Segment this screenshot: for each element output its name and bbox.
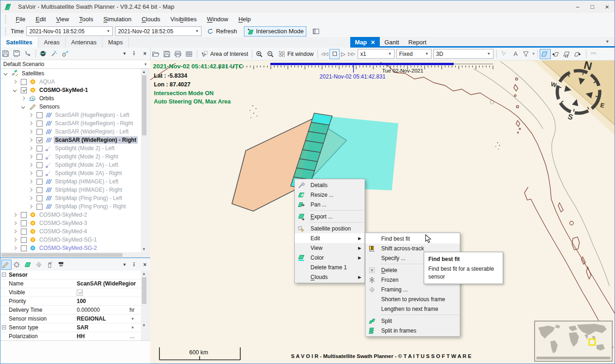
style-button[interactable] (46, 260, 56, 270)
chevron-down-icon[interactable]: ▼ (192, 29, 199, 33)
property-value[interactable]: REGIONAL (77, 315, 106, 322)
maximize-button[interactable]: □ (585, 1, 600, 13)
paint-button[interactable] (57, 260, 67, 270)
save-scenario-button[interactable] (1, 49, 12, 59)
tree-item[interactable]: ScanSAR (HugeRegion) - Right (0, 119, 141, 127)
start-time-combobox[interactable]: 2021-Nov-01 18:52:05 ▼ (26, 26, 113, 36)
labels-button[interactable]: A (511, 49, 521, 59)
pin-icon[interactable] (131, 50, 137, 57)
tab-areas[interactable]: Areas (38, 37, 66, 48)
pane-menu-chevron-icon[interactable]: ▼ (122, 51, 127, 56)
tree-item[interactable]: COSMO-SkyMed-1 (0, 86, 141, 94)
tree-item[interactable]: Satellites (0, 69, 141, 78)
scroll-down-icon[interactable]: ▼ (141, 247, 147, 251)
overview-minimap[interactable] (535, 321, 612, 361)
close-button[interactable]: × (600, 1, 615, 13)
tree-item[interactable]: AQUA (0, 78, 141, 86)
minimize-button[interactable]: – (570, 1, 585, 13)
submenu-item-find-best-fit[interactable]: Find best fit (365, 234, 460, 243)
tree-checkbox[interactable] (37, 179, 43, 185)
tree-checkbox[interactable] (37, 195, 43, 201)
expander-right-icon[interactable] (29, 138, 32, 142)
speed-combobox[interactable]: x1 ▼ (358, 49, 395, 59)
pin-icon[interactable] (131, 261, 137, 268)
tree-item[interactable]: Sensors (0, 103, 141, 111)
end-time-combobox[interactable]: 2021-Nov-02 18:52:05 ▼ (115, 26, 201, 36)
close-pane-icon[interactable]: × (143, 261, 146, 268)
chevron-down-icon[interactable]: ▼ (388, 52, 392, 56)
menu-item-export[interactable]: Export ... (295, 212, 365, 221)
tab-antennas[interactable]: Antennas (66, 37, 103, 48)
refresh-button[interactable]: Refresh (204, 26, 239, 36)
tree-item[interactable]: COSMO-SkyMed-SG-1 (0, 236, 141, 244)
tree-item[interactable]: Spotlight (Mode 2A) - Left (0, 161, 141, 169)
tree-checkbox[interactable] (37, 162, 43, 168)
tree-item-label[interactable]: Sensors (38, 103, 61, 110)
tree-checkbox[interactable] (37, 154, 43, 160)
save-as-button[interactable] (12, 49, 23, 59)
tree-item[interactable]: COSMO-SkyMed-4 (0, 227, 141, 236)
open-button[interactable] (152, 49, 162, 59)
tree-item[interactable]: COSMO-SkyMed-2 (0, 211, 141, 219)
filter-chevron-icon[interactable]: ▼ (532, 52, 536, 56)
tree-item-label[interactable]: ScanSAR (WideRegion) - Left (54, 128, 130, 135)
menu-item-edit[interactable]: Edit▶ (295, 233, 365, 243)
tree-checkbox[interactable] (21, 237, 27, 243)
scrollbar-thumb[interactable] (142, 277, 146, 304)
expander-right-icon[interactable] (29, 171, 32, 175)
tree-item-label[interactable]: StripMap (Ping Pong) - Left (54, 194, 123, 202)
chevron-down-icon[interactable]: ▼ (425, 52, 429, 56)
expander-right-icon[interactable] (13, 238, 17, 242)
save-map-button[interactable] (163, 49, 173, 59)
tree-vertical-scrollbar[interactable]: ▲ ▼ (141, 69, 147, 252)
tree-item[interactable]: COSMO-SkyMed-SG-2 (0, 244, 141, 252)
expander-right-icon[interactable] (21, 97, 25, 100)
submenu-item-framing[interactable]: 9Framing ... (365, 285, 460, 294)
expander-down-icon[interactable] (4, 72, 7, 75)
menu-item-pan[interactable]: Pan ... (295, 200, 365, 209)
menu-item-edit[interactable]: Edit (30, 14, 51, 24)
menu-item-view[interactable]: View (51, 14, 74, 24)
tree-checkbox[interactable] (37, 137, 43, 143)
swath-button[interactable] (24, 260, 34, 270)
property-value[interactable]: 100 (77, 298, 86, 304)
close-tab-icon[interactable]: ✕ (371, 39, 375, 46)
tree-item[interactable]: StripMap (Ping Pong) - Right (0, 202, 141, 211)
intersection-mode-button[interactable]: Intersection Mode (244, 26, 306, 36)
menu-item-clouds[interactable]: Clouds (136, 14, 165, 24)
expander-right-icon[interactable] (13, 230, 17, 233)
expander-right-icon[interactable] (29, 113, 32, 117)
tree-checkbox[interactable] (21, 212, 27, 218)
tab-overflow-chevron-icon[interactable]: ▼ (605, 39, 609, 44)
submenu-item-lengthen-to-next-frame[interactable]: Lengthen to next frame (365, 304, 460, 314)
tree-checkbox[interactable] (21, 87, 27, 93)
tree-item[interactable]: ScanSAR (WideRegion) - Left (0, 127, 141, 136)
property-checkbox[interactable] (77, 290, 83, 296)
expander-right-icon[interactable] (29, 188, 32, 192)
tree-checkbox[interactable] (21, 245, 27, 251)
expander-right-icon[interactable] (29, 130, 32, 133)
tree-item-label[interactable]: StripMap (Ping Pong) - Right (54, 203, 127, 210)
select-button[interactable] (499, 49, 510, 59)
collapse-section-icon[interactable]: − (2, 273, 6, 277)
tree-item[interactable]: Spotlight (Mode 2A) - Right (0, 169, 141, 177)
expander-right-icon[interactable] (29, 180, 32, 183)
swath-previous-button[interactable] (551, 49, 562, 59)
submenu-item-split[interactable]: Split (365, 316, 460, 326)
tree-item[interactable]: Orbits (0, 94, 141, 103)
stop-button[interactable] (329, 49, 340, 59)
tree-item-label[interactable]: Satellites (20, 70, 46, 77)
tab-satellites[interactable]: Satellites (0, 37, 38, 48)
add-satellite-button[interactable] (39, 49, 49, 59)
property-row[interactable]: Visible (0, 288, 141, 297)
tree-item[interactable]: StripMap (Ping Pong) - Left (0, 194, 141, 202)
scrollbar-thumb[interactable] (1, 253, 122, 257)
tree-item-label[interactable]: Orbits (38, 95, 55, 102)
sensor-properties-button[interactable] (1, 260, 12, 270)
tree-item-label[interactable]: COSMO-SkyMed-SG-1 (38, 236, 98, 243)
menu-item-help[interactable]: Help (233, 14, 256, 24)
pane-menu-chevron-icon[interactable]: ▼ (122, 262, 127, 267)
tools-wizard-button[interactable] (61, 49, 71, 59)
property-row[interactable]: Sensor missionREGIONAL▼ (0, 315, 141, 323)
zoom-out-button[interactable] (266, 49, 276, 59)
